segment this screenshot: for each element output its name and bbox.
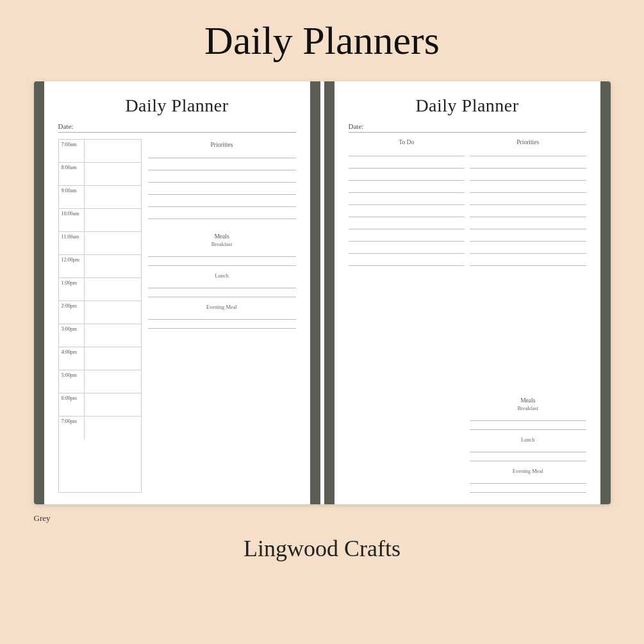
priorities-lines (148, 149, 296, 219)
time-1000am: 10:00am (59, 209, 85, 231)
meals-left (349, 395, 465, 493)
schedule-table: 7:00am 8:00am 9:00am 10:00am 11:00am 12:… (58, 139, 142, 493)
todo-line (349, 184, 465, 193)
right-planner-title: Daily Planner (349, 95, 586, 116)
time-700am: 7:00am (59, 140, 85, 162)
evening-label: Evening Meal (148, 304, 296, 310)
schedule-row: 9:00am (59, 186, 141, 209)
lunch-line (148, 279, 296, 288)
time-300pm: 3:00pm (59, 324, 85, 347)
left-date-row: Date: (58, 122, 296, 133)
time-400pm: 4:00pm (59, 347, 85, 370)
todo-lines (349, 147, 465, 266)
priority-line (470, 245, 586, 254)
schedule-row: 4:00pm (59, 347, 141, 370)
todo-line (349, 208, 465, 217)
todo-line (349, 257, 465, 266)
time-900am: 9:00am (59, 186, 85, 208)
priority-line (470, 208, 586, 217)
meals-right: Meals Breakfast Lunch Evening Meal (470, 395, 586, 493)
schedule-row: 8:00am (59, 163, 141, 186)
priority-line (470, 196, 586, 205)
center-spine-right (324, 81, 334, 504)
priorities-label: Priorities (148, 142, 296, 148)
schedule-row: 2:00pm (59, 301, 141, 324)
evening-line (148, 311, 296, 320)
priority-line (148, 149, 296, 158)
left-planner-title: Daily Planner (58, 95, 296, 116)
todo-line (349, 233, 465, 242)
right-lunch-line2 (470, 452, 586, 461)
schedule-row: 7:00pm (59, 417, 141, 440)
right-evening-line2 (470, 484, 586, 493)
left-right-section: Priorities Meals Breakfast Lunch (148, 139, 296, 493)
time-1100am: 11:00am (59, 232, 85, 254)
todo-line (349, 160, 465, 169)
time-700pm: 7:00pm (59, 417, 85, 440)
time-600pm: 6:00pm (59, 393, 85, 416)
left-page-body: 7:00am 8:00am 9:00am 10:00am 11:00am 12:… (58, 139, 296, 493)
right-priorities-column: Priorities (470, 139, 586, 388)
schedule-row: 7:00am (59, 140, 141, 163)
right-breakfast-label: Breakfast (470, 405, 586, 411)
priority-line (148, 161, 296, 170)
left-planner-page: Daily Planner Date: 7:00am 8:00am 9:00am… (44, 81, 310, 504)
priority-line (148, 186, 296, 195)
schedule-row: 12:00pm (59, 255, 141, 278)
schedule-row: 6:00pm (59, 393, 141, 417)
left-spine (34, 81, 44, 504)
schedule-row: 11:00am (59, 232, 141, 255)
lunch-line2 (148, 288, 296, 297)
time-100pm: 1:00pm (59, 278, 85, 301)
priority-line (148, 210, 296, 219)
right-planner-page: Daily Planner Date: To Do (334, 81, 600, 504)
todo-line (349, 196, 465, 205)
breakfast-label: Breakfast (148, 241, 296, 247)
time-200pm: 2:00pm (59, 301, 85, 324)
right-date-row: Date: (349, 122, 586, 133)
right-evening-label: Evening Meal (470, 468, 586, 474)
right-meals-label: Meals (470, 397, 586, 404)
right-top-section: To Do Priorities (349, 139, 586, 388)
todo-line (349, 220, 465, 229)
brand-name: Lingwood Crafts (244, 535, 400, 562)
todo-line (349, 147, 465, 156)
right-lunch-line (470, 443, 586, 452)
planners-container: Daily Planner Date: 7:00am 8:00am 9:00am… (34, 81, 611, 504)
todo-column: To Do (349, 139, 465, 388)
right-page-body: To Do Priorities (349, 139, 586, 493)
right-evening-line (470, 475, 586, 484)
priority-line (470, 172, 586, 181)
right-breakfast-line (470, 412, 586, 421)
priority-line (470, 184, 586, 193)
right-lunch-label: Lunch (470, 436, 586, 443)
todo-header: To Do (349, 139, 465, 145)
meals-label: Meals (148, 233, 296, 240)
center-spine-left (310, 81, 320, 504)
meals-row: Meals Breakfast Lunch Evening Meal (349, 395, 586, 493)
page-title: Daily Planners (204, 18, 440, 63)
right-spine (600, 81, 611, 504)
schedule-row: 1:00pm (59, 278, 141, 301)
schedule-row: 3:00pm (59, 324, 141, 347)
right-breakfast-line2 (470, 421, 586, 430)
priority-line (148, 198, 296, 207)
center-spine (310, 81, 334, 504)
time-500pm: 5:00pm (59, 370, 85, 393)
priority-line (148, 174, 296, 183)
priority-line (470, 147, 586, 156)
schedule-row: 5:00pm (59, 370, 141, 393)
grey-label: Grey (34, 513, 611, 524)
right-priorities-header: Priorities (470, 139, 586, 145)
priority-line (470, 220, 586, 229)
lunch-label: Lunch (148, 272, 296, 279)
schedule-row: 10:00am (59, 209, 141, 232)
breakfast-line2 (148, 257, 296, 266)
todo-line (349, 172, 465, 181)
evening-line2 (148, 320, 296, 329)
time-1200pm: 12:00pm (59, 255, 85, 277)
breakfast-line (148, 248, 296, 257)
time-800am: 8:00am (59, 163, 85, 185)
priority-line (470, 160, 586, 169)
priority-line (470, 233, 586, 242)
